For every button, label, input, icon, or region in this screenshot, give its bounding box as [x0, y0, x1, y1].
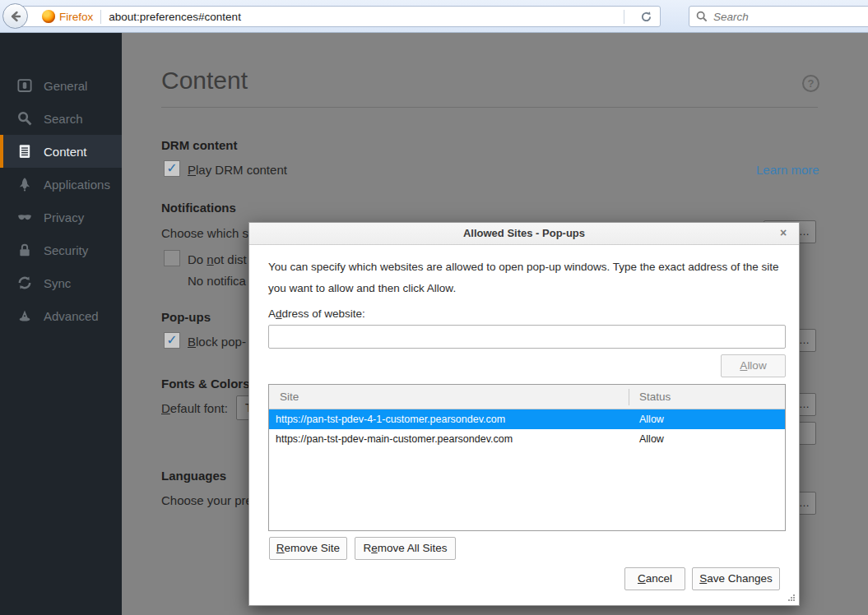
sidebar-item-label: Search	[44, 112, 83, 126]
table-row[interactable]: https://pan-tst-pdev-main-customer.pears…	[269, 429, 785, 449]
sidebar-item-sync[interactable]: Sync	[0, 266, 122, 299]
status-cell: Allow	[639, 429, 664, 449]
fonts-colors-heading: Fonts & Colors	[161, 377, 250, 391]
sidebar-item-content[interactable]: Content	[0, 135, 122, 168]
address-label: Address of website:	[268, 308, 365, 320]
do-not-disturb-checkbox[interactable]	[164, 250, 180, 266]
sidebar-item-applications[interactable]: Applications	[0, 168, 122, 201]
column-divider	[629, 389, 629, 405]
reload-icon	[640, 11, 652, 23]
sidebar-item-general[interactable]: General	[0, 69, 122, 102]
do-not-disturb-label[interactable]: Do not dist	[188, 252, 247, 266]
chrome-bar: Firefox about:preferences#content Sear	[0, 0, 868, 33]
sidebar-item-label: Security	[44, 243, 88, 257]
allow-button[interactable]: Allow	[721, 354, 786, 377]
applications-icon	[17, 177, 32, 192]
page-title: Content	[161, 67, 248, 95]
address-input[interactable]	[268, 325, 786, 349]
back-arrow-icon	[8, 9, 23, 24]
firefox-brand-label: Firefox	[59, 11, 93, 23]
notification-status-text: No notifica	[188, 274, 246, 288]
sidebar: General Search Content	[0, 33, 122, 615]
sidebar-item-label: Advanced	[44, 309, 99, 323]
site-column-header: Site	[269, 391, 299, 403]
sync-icon	[17, 275, 32, 290]
languages-choose-text: Choose your pre	[161, 493, 253, 507]
back-button[interactable]	[2, 3, 28, 29]
privacy-icon	[17, 210, 32, 224]
dialog-title: Allowed Sites - Pop-ups	[249, 223, 799, 245]
remove-site-button[interactable]: Remove Site	[269, 537, 347, 560]
table-header: Site Status	[269, 385, 785, 409]
remove-all-sites-button[interactable]: Remove All Sites	[355, 537, 456, 560]
divider	[100, 10, 101, 24]
content-icon	[17, 144, 32, 159]
status-column-header: Status	[639, 385, 671, 409]
block-popups-checkbox[interactable]: ✓	[164, 332, 180, 349]
site-cell: https://pan-tst-pdev-4-1-customer.pearso…	[269, 414, 505, 425]
firefox-logo-icon	[42, 10, 55, 23]
block-popups-label[interactable]: Block pop-	[188, 335, 246, 349]
popups-heading: Pop-ups	[161, 310, 211, 324]
divider	[624, 10, 624, 24]
cancel-button[interactable]: Cancel	[624, 567, 685, 590]
sidebar-item-search[interactable]: Search	[0, 102, 122, 135]
sidebar-item-label: General	[44, 79, 87, 93]
table-row[interactable]: https://pan-tst-pdev-4-1-customer.pearso…	[269, 409, 785, 429]
notifications-choose-text: Choose which si	[161, 226, 251, 240]
sidebar-item-label: Sync	[44, 276, 71, 290]
general-icon	[17, 78, 32, 93]
save-changes-button[interactable]: Save Changes	[692, 567, 780, 590]
learn-more-link[interactable]: Learn more	[756, 163, 819, 177]
sidebar-item-label: Content	[44, 145, 87, 159]
default-font-label: Default font:	[161, 401, 228, 415]
browser-window: Firefox about:preferences#content Sear	[0, 0, 868, 615]
sidebar-item-label: Applications	[44, 178, 110, 192]
search-icon	[696, 11, 708, 22]
search-section-icon	[17, 111, 32, 126]
languages-heading: Languages	[161, 469, 226, 483]
sidebar-item-privacy[interactable]: Privacy	[0, 201, 122, 234]
reload-button[interactable]	[632, 7, 660, 26]
security-icon	[17, 243, 32, 257]
divider	[161, 107, 818, 108]
close-icon[interactable]: ×	[776, 223, 791, 244]
advanced-icon	[17, 308, 32, 323]
notifications-heading: Notifications	[161, 201, 236, 215]
search-placeholder: Search	[713, 11, 749, 23]
sidebar-item-security[interactable]: Security	[0, 234, 122, 266]
help-button[interactable]: ?	[802, 75, 819, 92]
checkmark-icon: ✓	[166, 161, 177, 175]
url-input[interactable]: about:preferences#content	[109, 11, 241, 23]
site-cell: https://pan-tst-pdev-main-customer.pears…	[269, 433, 513, 445]
sidebar-item-label: Privacy	[44, 210, 84, 224]
status-cell: Allow	[639, 409, 664, 429]
drm-heading: DRM content	[161, 138, 238, 152]
resize-grip[interactable]	[787, 594, 796, 602]
checkmark-icon: ✓	[166, 333, 177, 347]
sidebar-item-advanced[interactable]: Advanced	[0, 299, 122, 332]
location-bar[interactable]: Firefox about:preferences#content	[18, 6, 661, 27]
search-input[interactable]: Search	[689, 6, 868, 27]
allowed-sites-table[interactable]: Site Status https://pan-tst-pdev-4-1-cus…	[268, 384, 786, 531]
dialog-intro-text: You can specify which websites are allow…	[268, 257, 787, 299]
play-drm-checkbox[interactable]: ✓	[164, 160, 180, 177]
play-drm-label[interactable]: Play DRM content	[188, 163, 287, 177]
allowed-sites-popups-dialog: Allowed Sites - Pop-ups × You can specif…	[248, 222, 800, 606]
